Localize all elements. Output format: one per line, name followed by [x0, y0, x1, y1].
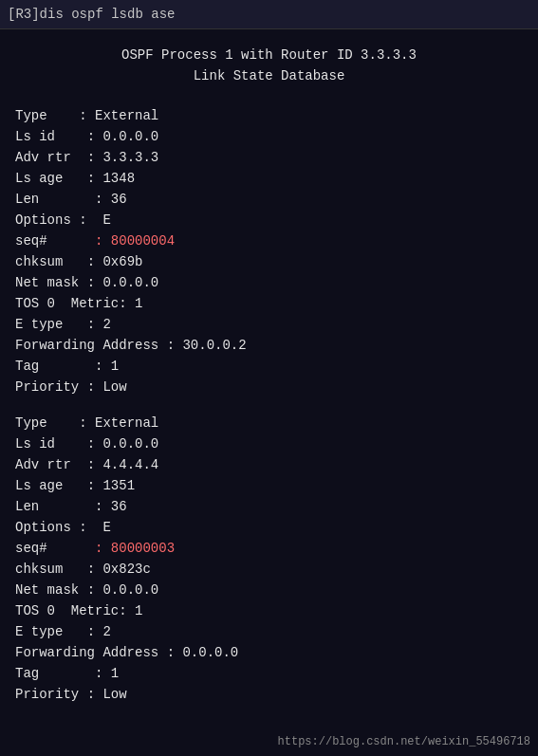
entry1-lsid: Ls id : 0.0.0.0 [15, 126, 523, 147]
entry2-len: Len : 36 [15, 496, 523, 517]
entry1-len: Len : 36 [15, 189, 523, 210]
entry1-netmask: Net mask : 0.0.0.0 [15, 272, 523, 293]
entry2-tag: Tag : 1 [15, 663, 523, 684]
entry2-lsid: Ls id : 0.0.0.0 [15, 433, 523, 454]
prompt-text: [R3]dis ospf lsdb ase [8, 7, 175, 22]
terminal-content: OSPF Process 1 with Router ID 3.3.3.3 Li… [0, 29, 538, 735]
watermark-text: https://blog.csdn.net/weixin_55496718 [278, 735, 530, 748]
entry2-chksum: chksum : 0x823c [15, 559, 523, 580]
entry2-lsage: Ls age : 1351 [15, 475, 523, 496]
entry1-fwdaddr: Forwarding Address : 30.0.0.2 [15, 335, 523, 356]
entry1-chksum: chksum : 0x69b [15, 251, 523, 272]
entry2-netmask: Net mask : 0.0.0.0 [15, 580, 523, 600]
header-line2: Link State Database [15, 65, 523, 86]
entry2-priority: Priority : Low [15, 684, 523, 705]
entry1-seq: seq# : 80000004 [15, 230, 523, 251]
entry1-lsage: Ls age : 1348 [15, 168, 523, 189]
entry2-type: Type : External [15, 413, 523, 433]
entry1-priority: Priority : Low [15, 377, 523, 397]
command-prompt: [R3]dis ospf lsdb ase [0, 0, 538, 29]
ospf-entry-2: Type : External Ls id : 0.0.0.0 Adv rtr … [15, 413, 523, 705]
entry2-etype: E type : 2 [15, 621, 523, 642]
entry2-advr: Adv rtr : 4.4.4.4 [15, 454, 523, 475]
entry1-advr: Adv rtr : 3.3.3.3 [15, 147, 523, 168]
entry1-type: Type : External [15, 105, 523, 126]
ospf-entry-1: Type : External Ls id : 0.0.0.0 Adv rtr … [15, 105, 523, 397]
entry1-etype: E type : 2 [15, 314, 523, 335]
header-line1: OSPF Process 1 with Router ID 3.3.3.3 [15, 45, 523, 65]
ospf-header: OSPF Process 1 with Router ID 3.3.3.3 Li… [15, 45, 523, 86]
entry2-options: Options : E [15, 517, 523, 538]
entry2-seq: seq# : 80000003 [15, 538, 523, 559]
entry1-tos: TOS 0 Metric: 1 [15, 293, 523, 314]
entry1-tag: Tag : 1 [15, 356, 523, 377]
entry2-tos: TOS 0 Metric: 1 [15, 600, 523, 621]
entry1-options: Options : E [15, 210, 523, 230]
entry2-fwdaddr: Forwarding Address : 0.0.0.0 [15, 642, 523, 663]
terminal-window: [R3]dis ospf lsdb ase OSPF Process 1 wit… [0, 0, 538, 756]
